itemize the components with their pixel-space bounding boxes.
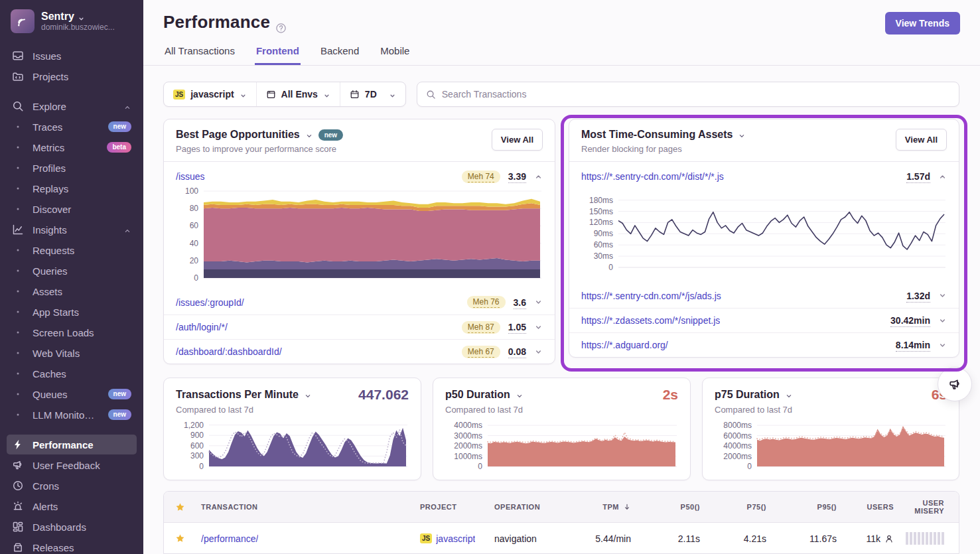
asset-duration-chart: 180ms150ms120ms90ms60ms30ms0 (581, 193, 947, 274)
asset-link[interactable]: https://*.zdassets.com/*/snippet.js (581, 315, 720, 326)
environment-filter[interactable]: All Envs (257, 82, 340, 106)
chevron-down-icon[interactable] (534, 323, 543, 332)
sidebar-item-issues[interactable]: Issues (7, 46, 137, 66)
score-badge[interactable]: Meh 76 (467, 296, 506, 309)
chevron-down-icon[interactable] (305, 131, 313, 139)
tab-mobile[interactable]: Mobile (379, 45, 411, 65)
sidebar-item-queries[interactable]: Queries (7, 261, 137, 281)
chevron-down-icon[interactable] (304, 391, 312, 399)
sidebar-item-discover[interactable]: Discover (7, 199, 137, 219)
score-badge[interactable]: Meh 67 (462, 346, 500, 358)
sidebar-item-user-feedback[interactable]: User Feedback (7, 455, 137, 475)
transaction-link[interactable]: /issues/:groupId/ (176, 297, 244, 308)
column-header-users[interactable]: Users (842, 503, 899, 511)
chevron-up-icon[interactable] (534, 173, 543, 181)
user-misery-bars (906, 532, 944, 545)
favorite-star-icon[interactable] (175, 533, 185, 543)
sidebar-item-crons[interactable]: Crons (7, 476, 137, 496)
transaction-link[interactable]: /auth/login/*/ (176, 322, 228, 332)
sidebar-item-explore[interactable]: Explore (7, 96, 137, 116)
asset-duration-value[interactable]: 1.32d (906, 291, 930, 301)
panel-title[interactable]: Best Page Opportunities (176, 129, 300, 141)
asset-link[interactable]: https://*.sentry-cdn.com/*/js/ads.js (581, 291, 721, 301)
mini-panel-title[interactable]: Transactions Per Minute (176, 389, 299, 401)
sidebar-item-releases[interactable]: Releases (7, 537, 137, 554)
org-name-label: Sentry (41, 11, 74, 23)
sidebar-item-performance[interactable]: Performance (7, 435, 137, 454)
tab-frontend[interactable]: Frontend (255, 45, 301, 65)
sidebar-item-assets[interactable]: Assets (7, 281, 137, 301)
chevron-down-icon[interactable] (534, 298, 543, 307)
bullet-icon (12, 347, 24, 359)
sidebar-item-queues[interactable]: Queues new (7, 384, 137, 404)
panel-title[interactable]: Most Time-Consuming Assets (581, 129, 733, 141)
star-icon (175, 502, 185, 512)
chevron-down-icon[interactable] (738, 131, 746, 139)
project-filter[interactable]: JS javascript (164, 82, 257, 106)
score-badge[interactable]: Meh 74 (462, 171, 500, 183)
sidebar-item-app-starts[interactable]: App Starts (7, 302, 137, 322)
column-header-p50[interactable]: P50() (636, 503, 705, 511)
asset-duration-value[interactable]: 30.42min (890, 315, 930, 326)
sidebar-item-metrics[interactable]: Metrics beta (7, 137, 137, 157)
date-range-filter[interactable]: 7D (340, 82, 405, 106)
opportunity-value[interactable]: 0.08 (508, 346, 526, 357)
chevron-down-icon[interactable] (534, 348, 543, 356)
org-switcher[interactable]: Sentry dominik.buszowiec... (0, 0, 143, 41)
chevron-down-icon[interactable] (938, 341, 947, 350)
sidebar-item-requests[interactable]: Requests (7, 240, 137, 260)
mini-panel-subtitle: Compared to last 7d (176, 405, 409, 415)
svg-text:600: 600 (190, 441, 204, 450)
asset-link[interactable]: https://*.sentry-cdn.com/*/dist/*/*.js (581, 171, 724, 182)
search-icon (426, 90, 436, 100)
p95-cell: 11.67s (772, 533, 842, 544)
project-link[interactable]: javascript (436, 533, 475, 544)
chevron-up-icon[interactable] (938, 173, 947, 181)
view-all-button[interactable]: View All (492, 129, 543, 151)
favorite-column-header[interactable] (164, 502, 196, 512)
column-header-transaction[interactable]: Transaction (196, 503, 415, 511)
sidebar-item-screen-loads[interactable]: Screen Loads (7, 322, 137, 342)
asset-duration-value[interactable]: 1.57d (906, 171, 930, 182)
sidebar-item-traces[interactable]: Traces new (7, 117, 137, 137)
chevron-down-icon[interactable] (785, 391, 793, 399)
sidebar-item-replays[interactable]: Replays (7, 178, 137, 198)
chevron-down-icon[interactable] (516, 391, 524, 399)
column-header-user-misery[interactable]: User Misery (899, 499, 959, 515)
sidebar-item-projects[interactable]: Projects (7, 66, 137, 86)
sidebar-item-profiles[interactable]: Profiles (7, 158, 137, 178)
search-input[interactable] (442, 89, 950, 100)
mini-panel-title[interactable]: p75 Duration (715, 389, 780, 401)
page-row-auth-login: /auth/login/*/ Meh 87 1.05 (164, 314, 555, 339)
sidebar-item-dashboards[interactable]: Dashboards (7, 517, 137, 537)
sidebar-item-web-vitals[interactable]: Web Vitals (7, 343, 137, 363)
opportunity-value[interactable]: 3.39 (508, 171, 526, 182)
chevron-down-icon[interactable] (938, 291, 947, 300)
transaction-link[interactable]: /performance/ (201, 533, 258, 544)
sidebar-item-label: Insights (33, 224, 115, 236)
view-all-button[interactable]: View All (896, 129, 947, 151)
tab-all-transactions[interactable]: All Transactions (163, 45, 236, 65)
column-header-project[interactable]: Project (415, 503, 489, 511)
view-trends-button[interactable]: View Trends (885, 12, 960, 35)
opportunity-value[interactable]: 1.05 (508, 322, 526, 332)
score-badge[interactable]: Meh 87 (462, 321, 500, 334)
column-header-tpm[interactable]: TPM (574, 503, 636, 511)
chevron-down-icon[interactable] (938, 316, 947, 325)
column-header-p75[interactable]: P75() (705, 503, 772, 511)
column-header-operation[interactable]: Operation (489, 503, 574, 511)
sidebar-item-alerts[interactable]: Alerts (7, 496, 137, 516)
transaction-link[interactable]: /dashboard/:dashboardId/ (176, 346, 282, 357)
column-header-p95[interactable]: P95() (772, 503, 842, 511)
asset-link[interactable]: https://*.adguard.org/ (581, 340, 668, 350)
sidebar-item-caches[interactable]: Caches (7, 364, 137, 383)
asset-duration-value[interactable]: 8.14min (896, 340, 930, 350)
sidebar-item-insights[interactable]: Insights (7, 220, 137, 240)
opportunity-value[interactable]: 3.6 (514, 297, 526, 308)
mini-panel-title[interactable]: p50 Duration (445, 389, 510, 401)
sidebar-item-llm-monito[interactable]: LLM Monito… new (7, 405, 137, 425)
feedback-fab-button[interactable] (938, 367, 972, 401)
tab-backend[interactable]: Backend (319, 45, 360, 65)
help-icon[interactable] (275, 18, 287, 29)
transaction-link[interactable]: /issues (176, 171, 205, 182)
